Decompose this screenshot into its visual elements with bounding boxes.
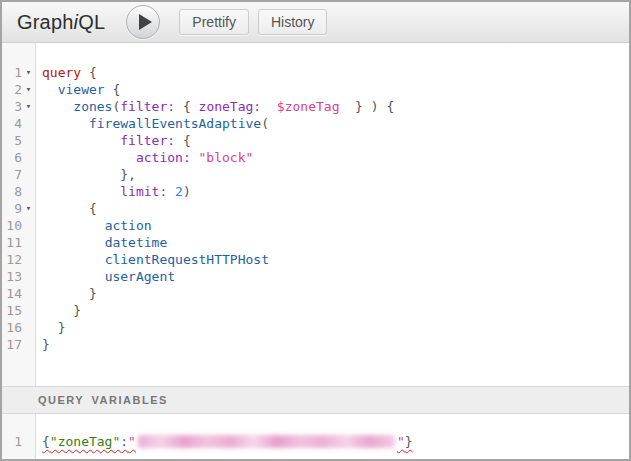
code-token: action:: [136, 150, 191, 165]
code-token: [261, 99, 277, 114]
line-number: 15: [2, 302, 22, 319]
code-token: ": [397, 434, 405, 449]
code-line[interactable]: }: [42, 319, 629, 336]
fold-gutter-space: [22, 251, 35, 268]
line-number: 1: [2, 64, 22, 81]
line-number: 2: [2, 81, 22, 98]
code-token: [42, 184, 120, 199]
fold-arrow-icon[interactable]: ▾: [22, 81, 35, 98]
query-variables-header[interactable]: QUERY VARIABLES: [2, 386, 629, 414]
code-token: {: [105, 82, 121, 97]
code-line[interactable]: datetime: [42, 234, 629, 251]
topbar: GraphiQL Prettify History: [2, 2, 629, 43]
line-number: 13: [2, 268, 22, 285]
code-token: filter:: [120, 99, 175, 114]
code-token: 2: [175, 184, 183, 199]
code-line[interactable]: filter: {: [42, 132, 629, 149]
line-number: 12: [2, 251, 22, 268]
logo-text-post: QL: [78, 11, 105, 33]
fold-gutter-space: [22, 132, 35, 149]
gutter-row: 1▾: [2, 64, 35, 81]
code-line[interactable]: viewer {: [42, 81, 629, 98]
code-token: [42, 82, 58, 97]
code-token: [42, 133, 120, 148]
code-line[interactable]: clientRequestHTTPHost: [42, 251, 629, 268]
code-line[interactable]: }: [42, 336, 629, 353]
gutter-row: 16: [2, 319, 35, 336]
code-line[interactable]: }: [42, 285, 629, 302]
fold-gutter-space: [22, 166, 35, 183]
play-icon: [139, 14, 152, 30]
code-line[interactable]: }: [42, 302, 629, 319]
code-token: {: [42, 434, 50, 449]
line-number: 6: [2, 149, 22, 166]
code-token: {: [89, 201, 97, 216]
code-line[interactable]: action: "block": [42, 149, 629, 166]
line-number: 5: [2, 132, 22, 149]
code-line[interactable]: {: [42, 200, 629, 217]
code-token: zones: [73, 99, 112, 114]
line-number: 14: [2, 285, 22, 302]
code-line[interactable]: limit: 2): [42, 183, 629, 200]
fold-arrow-icon[interactable]: ▾: [22, 98, 35, 115]
code-token: },: [120, 167, 136, 182]
code-token: filter:: [120, 133, 175, 148]
fold-arrow-icon[interactable]: ▾: [22, 200, 35, 217]
query-editor-code[interactable]: query { viewer { zones(filter: { zoneTag…: [36, 43, 629, 386]
code-token: firewallEventsAdaptive: [89, 116, 261, 131]
execute-button[interactable]: [126, 5, 160, 39]
query-editor-gutter: 1▾2▾3▾456789▾1011121314151617: [2, 43, 36, 386]
code-token: [42, 150, 136, 165]
code-token: }: [42, 337, 50, 352]
code-token: ": [128, 434, 136, 449]
variables-editor[interactable]: 1 {"zoneTag":""}: [2, 414, 629, 459]
line-number: 4: [2, 115, 22, 132]
fold-arrow-icon[interactable]: ▾: [22, 64, 35, 81]
code-token: "zoneTag": [50, 434, 120, 449]
graphiql-window: GraphiQL Prettify History 1▾2▾3▾456789▾1…: [0, 0, 631, 461]
code-token: [42, 269, 105, 284]
code-token: [42, 201, 89, 216]
variables-editor-code[interactable]: {"zoneTag":""}: [36, 414, 629, 459]
line-number: 8: [2, 183, 22, 200]
gutter-row: 4: [2, 115, 35, 132]
gutter-row: 8: [2, 183, 35, 200]
code-token: [42, 99, 73, 114]
fold-gutter-space: [22, 433, 35, 450]
code-token: limit:: [120, 184, 167, 199]
query-editor[interactable]: 1▾2▾3▾456789▾1011121314151617 query { vi…: [2, 43, 629, 386]
code-token: } ) {: [339, 99, 394, 114]
code-line[interactable]: },: [42, 166, 629, 183]
line-number: 11: [2, 234, 22, 251]
gutter-row: 10: [2, 217, 35, 234]
gutter-row: 3▾: [2, 98, 35, 115]
prettify-button[interactable]: Prettify: [179, 9, 249, 35]
code-token: datetime: [105, 235, 168, 250]
code-line[interactable]: zones(filter: { zoneTag: $zoneTag } ) {: [42, 98, 629, 115]
code-token: [167, 184, 175, 199]
code-line[interactable]: firewallEventsAdaptive(: [42, 115, 629, 132]
code-line[interactable]: {"zoneTag":""}: [42, 433, 629, 450]
code-token: :: [120, 434, 128, 449]
gutter-row: 15: [2, 302, 35, 319]
variables-editor-gutter: 1: [2, 414, 36, 459]
code-line[interactable]: action: [42, 217, 629, 234]
gutter-row: 2▾: [2, 81, 35, 98]
fold-gutter-space: [22, 268, 35, 285]
line-number: 9: [2, 200, 22, 217]
code-token: {: [81, 65, 97, 80]
history-button[interactable]: History: [258, 9, 328, 35]
gutter-row: 17: [2, 336, 35, 353]
line-number: 16: [2, 319, 22, 336]
code-line[interactable]: userAgent: [42, 268, 629, 285]
code-token: [42, 320, 58, 335]
code-token: {: [175, 133, 191, 148]
gutter-row: 12: [2, 251, 35, 268]
code-token: viewer: [58, 82, 105, 97]
code-line[interactable]: query {: [42, 64, 629, 81]
code-token: }: [405, 434, 413, 449]
code-token: $zoneTag: [277, 99, 340, 114]
fold-gutter-space: [22, 234, 35, 251]
code-token: }: [58, 320, 66, 335]
fold-gutter-space: [22, 302, 35, 319]
